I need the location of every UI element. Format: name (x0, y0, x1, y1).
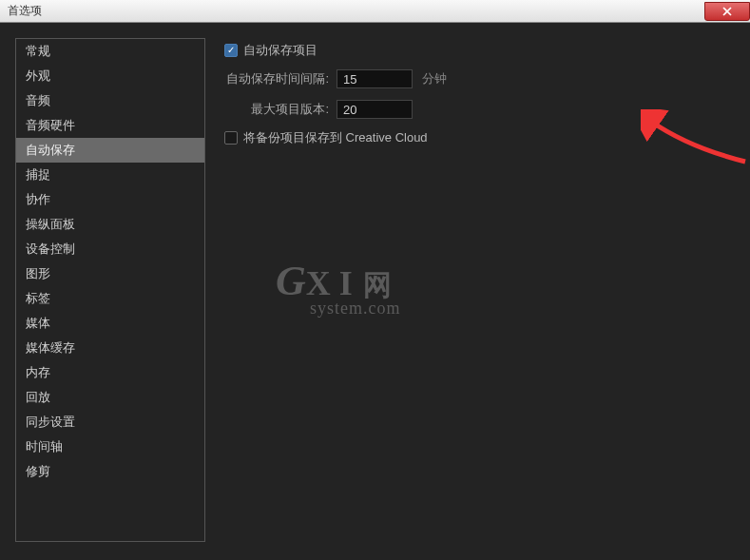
interval-row: 自动保存时间间隔: 分钟 (222, 68, 735, 89)
sidebar-item-label: 标签 (26, 291, 50, 305)
sidebar-item-label: 修剪 (26, 464, 50, 478)
autosave-row: 自动保存项目 (222, 42, 735, 59)
sidebar-item[interactable]: 修剪 (16, 459, 204, 484)
sidebar-item-label: 自动保存 (26, 143, 75, 157)
sidebar-item-label: 内存 (26, 365, 50, 379)
titlebar: 首选项 (0, 0, 750, 23)
sidebar-item[interactable]: 音频 (16, 88, 204, 113)
close-icon (722, 7, 732, 16)
autosave-label: 自动保存项目 (243, 42, 317, 59)
backup-cloud-checkbox[interactable] (224, 131, 238, 145)
sidebar-item-label: 操纵面板 (26, 217, 75, 231)
content-panel: 自动保存项目 自动保存时间间隔: 分钟 最大项目版本: 将备份项目保存到 Cre… (222, 38, 735, 545)
sidebar-item[interactable]: 回放 (16, 385, 204, 410)
sidebar-item[interactable]: 操纵面板 (16, 212, 204, 237)
sidebar-item[interactable]: 内存 (16, 360, 204, 385)
max-versions-label: 最大项目版本: (222, 101, 337, 118)
window-title: 首选项 (8, 3, 42, 19)
autosave-checkbox[interactable] (224, 44, 238, 57)
sidebar-item[interactable]: 设备控制 (16, 237, 204, 261)
sidebar-item[interactable]: 媒体 (16, 311, 204, 336)
sidebar-item-label: 媒体缓存 (26, 340, 75, 355)
interval-label: 自动保存时间间隔: (222, 70, 337, 87)
sidebar-item[interactable]: 常规 (16, 39, 204, 64)
sidebar-item[interactable]: 时间轴 (16, 434, 204, 459)
sidebar-item-label: 图形 (26, 266, 50, 280)
max-versions-input[interactable] (337, 100, 413, 119)
sidebar-item[interactable]: 自动保存 (16, 138, 204, 163)
sidebar-item-label: 媒体 (26, 316, 50, 330)
sidebar-item[interactable]: 同步设置 (16, 410, 204, 434)
sidebar-item-label: 常规 (26, 44, 50, 58)
sidebar-item-label: 时间轴 (26, 439, 63, 454)
sidebar-item-label: 回放 (26, 390, 50, 404)
sidebar-item[interactable]: 媒体缓存 (16, 336, 204, 360)
backup-cloud-row: 将备份项目保存到 Creative Cloud (222, 129, 735, 146)
sidebar-item-label: 外观 (26, 68, 50, 83)
sidebar-item-label: 音频 (26, 93, 50, 107)
sidebar-item-label: 协作 (26, 192, 50, 206)
sidebar-item[interactable]: 外观 (16, 64, 204, 88)
backup-cloud-label: 将备份项目保存到 Creative Cloud (243, 129, 428, 146)
sidebar-item-label: 捕捉 (26, 167, 50, 182)
sidebar-item[interactable]: 音频硬件 (16, 113, 204, 138)
interval-unit: 分钟 (422, 70, 447, 87)
sidebar-item[interactable]: 图形 (16, 261, 204, 286)
max-versions-row: 最大项目版本: (222, 99, 735, 120)
window-body: 常规外观音频音频硬件自动保存捕捉协作操纵面板设备控制图形标签媒体媒体缓存内存回放… (0, 23, 750, 560)
sidebar-item[interactable]: 捕捉 (16, 163, 204, 187)
sidebar: 常规外观音频音频硬件自动保存捕捉协作操纵面板设备控制图形标签媒体媒体缓存内存回放… (15, 38, 205, 542)
sidebar-item-label: 设备控制 (26, 241, 75, 256)
interval-input[interactable] (337, 69, 413, 88)
sidebar-item[interactable]: 标签 (16, 286, 204, 311)
close-button[interactable] (704, 2, 750, 21)
sidebar-item-label: 同步设置 (26, 415, 75, 429)
sidebar-item[interactable]: 协作 (16, 187, 204, 212)
sidebar-item-label: 音频硬件 (26, 118, 75, 132)
